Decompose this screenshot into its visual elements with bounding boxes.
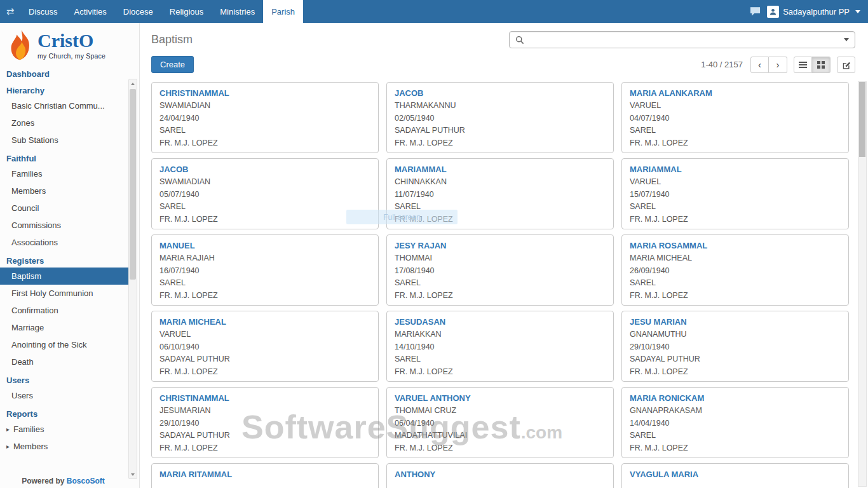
nav-item-ministries[interactable]: Ministries <box>212 0 263 23</box>
sidebar-item-commissions[interactable]: Commissions <box>0 217 128 234</box>
nav-item-parish[interactable]: Parish <box>263 0 303 23</box>
scroll-up-icon[interactable] <box>129 79 137 88</box>
baptism-record-card[interactable]: MARIA RONICKAMGNANAPRAKASAM14/04/1940SAR… <box>621 387 849 458</box>
baptism-record-card[interactable]: VARUEL ANTHONYTHOMMAI CRUZ06/04/1940MADA… <box>386 387 614 458</box>
sidebar-item-sub-stations[interactable]: Sub Stations <box>0 132 128 149</box>
record-place: SAREL <box>395 277 606 290</box>
sidebar-item-members[interactable]: Members <box>0 182 128 200</box>
record-name[interactable]: JESUDASAN <box>395 317 606 327</box>
baptism-record-card[interactable]: JESUDASANMARIAKKAN14/10/1940SARELFR. M.J… <box>386 311 614 382</box>
edit-icon <box>842 60 851 69</box>
record-priest: FR. M.J. LOPEZ <box>395 290 606 302</box>
record-name[interactable]: CHRISTINAMMAL <box>159 393 370 403</box>
record-name[interactable]: ANTHONY <box>395 470 606 479</box>
chat-icon[interactable] <box>749 6 761 17</box>
sidebar-scrollbar[interactable] <box>128 79 137 479</box>
record-name[interactable]: MARIAMMAL <box>630 165 841 174</box>
sidebar-item-marriage[interactable]: Marriage <box>0 319 128 336</box>
record-name[interactable]: VYAGULA MARIA <box>630 470 841 479</box>
record-place: SADAYAL PUTHUR <box>630 353 841 366</box>
view-toggle <box>794 57 831 73</box>
edit-view-button[interactable] <box>837 57 855 73</box>
main-scrollbar[interactable] <box>858 81 867 487</box>
sidebar-item-council[interactable]: Council <box>0 200 128 217</box>
chevron-left-icon: ‹ <box>758 60 761 69</box>
record-name[interactable]: MARIAMMAL <box>395 165 606 174</box>
nav-item-diocese[interactable]: Diocese <box>115 0 161 23</box>
sidebar-item-confirmation[interactable]: Confirmation <box>0 302 128 319</box>
sidebar-item-zones[interactable]: Zones <box>0 114 128 132</box>
app-logo[interactable]: CristO my Church, my Space <box>0 23 139 64</box>
record-name[interactable]: MARIA RITAMMAL <box>159 470 370 479</box>
baptism-record-card[interactable]: MARIA ROSAMMALMARIA MICHEAL26/09/1940SAR… <box>621 234 849 306</box>
sidebar-item-associations[interactable]: Associations <box>0 234 128 251</box>
sidebar-item-first-holy-communion[interactable]: First Holy Communion <box>0 285 128 302</box>
record-name[interactable]: MARIA RONICKAM <box>630 393 841 403</box>
baptism-record-card[interactable]: ANTHONY <box>386 463 614 488</box>
nav-item-activities[interactable]: Activities <box>66 0 115 23</box>
search-input[interactable] <box>528 32 844 48</box>
main-scroll-thumb[interactable] <box>859 82 865 157</box>
record-name[interactable]: MARIA MICHEAL <box>159 317 370 327</box>
baptism-record-card[interactable]: JESU MARIANGNANAMUTHU29/10/1940SADAYAL P… <box>621 311 849 382</box>
baptism-record-card[interactable]: JACOBSWAMIADIAN05/07/1940SARELFR. M.J. L… <box>151 158 379 229</box>
record-name[interactable]: MANUEL <box>159 241 370 250</box>
list-view-button[interactable] <box>794 57 812 73</box>
nav-item-discuss[interactable]: Discuss <box>20 0 66 23</box>
sidebar-item-users[interactable]: Users <box>0 387 128 404</box>
record-place: SADAYAL PUTHUR <box>159 353 370 366</box>
record-name[interactable]: MARIA ALANKARAM <box>630 88 841 98</box>
user-menu[interactable]: Sadayalputhur PP <box>767 6 860 18</box>
sidebar-item-anointing-of-the-sick[interactable]: Anointing of the Sick <box>0 336 128 353</box>
baptism-record-card[interactable]: MARIA ALANKARAMVARUEL04/07/1940SARELFR. … <box>621 82 849 153</box>
sidebar-item-basic-christian-commu[interactable]: Basic Christian Commu... <box>0 97 128 114</box>
baptism-record-card[interactable]: MARIAMMALVARUEL15/07/1940SARELFR. M.J. L… <box>621 158 849 229</box>
record-priest: FR. M.J. LOPEZ <box>630 442 841 455</box>
record-name[interactable]: JACOB <box>395 88 606 98</box>
menu-toggle-icon[interactable]: ⇄ <box>0 0 20 23</box>
sidebar-header-dashboard[interactable]: Dashboard <box>0 66 128 81</box>
scroll-down-icon[interactable] <box>129 470 137 478</box>
sidebar-header-users[interactable]: Users <box>0 372 128 387</box>
flame-logo-icon <box>10 29 33 61</box>
baptism-record-card[interactable]: CHRISTINAMMALJESUMARIAN29/10/1940SADAYAL… <box>151 387 379 458</box>
record-name[interactable]: JESU MARIAN <box>630 317 841 327</box>
baptism-record-card[interactable]: MARIA MICHEALVARUEL06/10/1940SADAYAL PUT… <box>151 311 379 382</box>
sidebar-header-faithful[interactable]: Faithful <box>0 151 128 165</box>
next-page-button[interactable]: › <box>769 57 787 73</box>
baptism-record-card[interactable]: MANUELMARIA RAJIAH16/07/1940SARELFR. M.J… <box>151 234 379 306</box>
baptism-record-card[interactable]: MARIA RITAMMAL <box>151 463 379 488</box>
powered-by-brand[interactable]: BoscoSoft <box>67 477 105 485</box>
record-date: 17/08/1940 <box>395 265 606 278</box>
record-name[interactable]: JESY RAJAN <box>395 241 606 250</box>
grid-view-button[interactable] <box>812 57 831 73</box>
toolbar: Create 1-40 / 2157 ‹ › <box>140 52 868 79</box>
sidebar-item-families[interactable]: Families <box>0 165 128 182</box>
record-date: 06/10/1940 <box>159 341 370 354</box>
record-name[interactable]: JACOB <box>159 165 370 174</box>
create-button[interactable]: Create <box>151 56 194 73</box>
sidebar-item-baptism[interactable]: Baptism <box>0 268 128 285</box>
sidebar-header-hierarchy[interactable]: Hierarchy <box>0 83 128 97</box>
baptism-record-card[interactable]: JACOBTHARMAKANNU02/05/1940SADAYAL PUTHUR… <box>386 82 614 153</box>
baptism-record-card[interactable]: VYAGULA MARIA <box>621 463 849 488</box>
record-name[interactable]: CHRISTINAMMAL <box>159 88 370 98</box>
sidebar-scroll-thumb[interactable] <box>130 89 136 280</box>
chevron-right-icon: › <box>776 60 780 69</box>
sidebar-header-registers[interactable]: Registers <box>0 253 128 268</box>
search-dropdown-icon[interactable] <box>844 38 849 41</box>
record-name[interactable]: MARIA ROSAMMAL <box>630 241 841 250</box>
caret-right-icon: ▸ <box>6 444 10 450</box>
nav-item-religious[interactable]: Religious <box>161 0 212 23</box>
record-place: SAREL <box>159 201 370 214</box>
sidebar-item-death[interactable]: Death <box>0 353 128 370</box>
sidebar-item-label: Death <box>11 357 34 367</box>
baptism-record-card[interactable]: MARIAMMALCHINNAKKAN11/07/1940SARELFR. M.… <box>386 158 614 229</box>
sidebar-item-members[interactable]: ▸Members <box>0 438 128 455</box>
prev-page-button[interactable]: ‹ <box>750 57 769 73</box>
record-name[interactable]: VARUEL ANTHONY <box>395 393 606 403</box>
baptism-record-card[interactable]: JESY RAJANTHOMMAI17/08/1940SARELFR. M.J.… <box>386 234 614 306</box>
sidebar-item-families[interactable]: ▸Families <box>0 421 128 438</box>
baptism-record-card[interactable]: CHRISTINAMMALSWAMIADIAN24/04/1940SARELFR… <box>151 82 379 153</box>
sidebar-header-reports[interactable]: Reports <box>0 406 128 421</box>
